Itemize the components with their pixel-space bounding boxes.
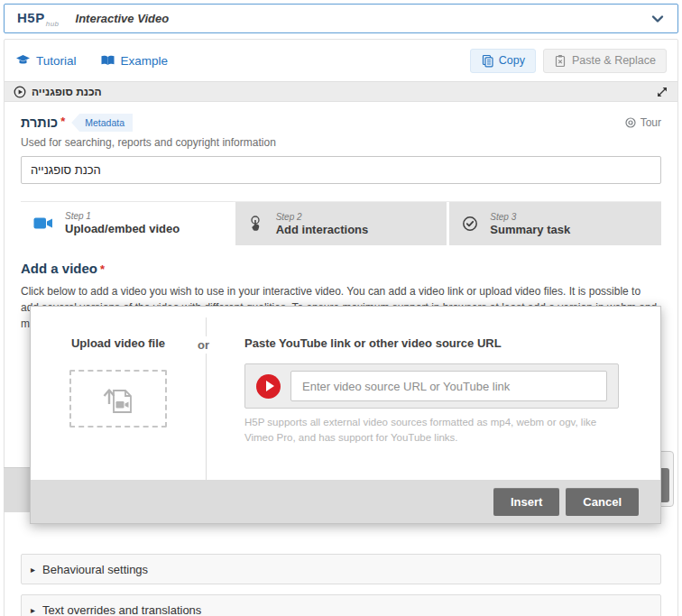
paste-replace-button[interactable]: Paste & Replace — [543, 49, 667, 73]
tab-summary-task[interactable]: Step 3 Summary task — [449, 202, 661, 245]
accordion-behavioural-settings[interactable]: ▸ Behavioural settings — [21, 554, 661, 584]
add-video-dialog-body: or Upload video file Paste YouTube link … — [31, 307, 660, 482]
title-field-label: כותרת — [21, 115, 58, 130]
required-asterisk: * — [60, 115, 65, 128]
tab-step-label: Step 3 — [490, 212, 570, 222]
tab-text: Step 2 Add interactions — [276, 212, 369, 236]
example-link[interactable]: Example — [100, 54, 169, 68]
url-helper-text: H5P supports all external video sources … — [244, 415, 619, 446]
chevron-down-icon[interactable] — [650, 12, 665, 26]
paste-url-column: Paste YouTube link or other video source… — [206, 307, 660, 482]
tab-title-label: Upload/embed video — [65, 222, 180, 235]
open-book-icon — [100, 54, 115, 67]
upload-video-file-heading: Upload video file — [71, 336, 165, 350]
accordion-label: Behavioural settings — [42, 563, 148, 576]
hub-bar[interactable]: H5Phub Interactive Video — [4, 4, 678, 33]
copy-button[interactable]: Copy — [470, 49, 536, 73]
copy-button-label: Copy — [499, 54, 525, 67]
content-title-bar: הכנת סופגנייה — [5, 81, 677, 102]
upload-video-file-icon — [100, 382, 136, 415]
h5p-logo-hub-sub: hub — [46, 20, 60, 28]
background-field-fragment-left — [4, 467, 31, 512]
expand-arrows-icon[interactable] — [656, 86, 668, 98]
graduation-cap-icon — [15, 54, 31, 67]
caret-right-icon: ▸ — [31, 565, 35, 575]
caret-right-icon: ▸ — [31, 605, 35, 615]
insert-button[interactable]: Insert — [493, 488, 559, 516]
menu-actions: Copy Paste & Replace — [470, 49, 667, 73]
tap-icon — [248, 215, 264, 233]
dialog-footer: Insert Cancel — [31, 480, 660, 523]
or-label: or — [194, 336, 213, 354]
tab-text: Step 1 Upload/embed video — [65, 211, 180, 235]
tab-upload-embed-video[interactable]: Step 1 Upload/embed video — [21, 201, 233, 244]
play-triangle — [266, 381, 274, 391]
paste-replace-button-label: Paste & Replace — [572, 54, 656, 67]
tour-button[interactable]: Tour — [625, 116, 661, 129]
video-url-input[interactable] — [290, 371, 607, 401]
upload-column: Upload video file — [31, 307, 206, 482]
tab-title-label: Add interactions — [276, 223, 369, 236]
cancel-button[interactable]: Cancel — [566, 488, 639, 516]
tour-circle-icon — [625, 117, 636, 128]
h5p-logo: H5Phub — [17, 10, 60, 28]
metadata-button[interactable]: Metadata — [71, 114, 133, 132]
youtube-play-icon — [256, 374, 281, 399]
tab-step-label: Step 1 — [65, 211, 180, 221]
title-field-description: Used for searching, reports and copyrigh… — [21, 136, 661, 149]
add-video-heading: Add a video* — [21, 261, 661, 276]
url-entry-box — [244, 363, 619, 409]
check-circle-icon — [462, 216, 478, 232]
paste-link-heading: Paste YouTube link or other video source… — [244, 336, 619, 350]
title-input[interactable] — [21, 156, 661, 184]
tab-step-label: Step 2 — [276, 212, 369, 222]
video-camera-icon — [33, 216, 53, 230]
required-asterisk: * — [100, 262, 105, 276]
accordion-label: Text overrides and translations — [42, 603, 201, 616]
tab-add-interactions[interactable]: Step 2 Add interactions — [235, 202, 447, 245]
content-type-title: Interactive Video — [76, 12, 170, 25]
accordion-text-overrides[interactable]: ▸ Text overrides and translations — [21, 594, 661, 616]
add-video-dialog: or Upload video file Paste YouTube link … — [30, 306, 661, 524]
tutorial-link[interactable]: Tutorial — [15, 54, 77, 68]
copy-icon — [481, 54, 493, 68]
example-label: Example — [121, 54, 169, 68]
content-title-text: הכנת סופגנייה — [32, 86, 102, 98]
play-circle-icon — [14, 86, 26, 98]
upload-dropzone[interactable] — [69, 370, 167, 428]
menu-row: Tutorial Example Copy — [5, 40, 677, 81]
tab-title-label: Summary task — [490, 223, 570, 236]
tutorial-label: Tutorial — [36, 54, 77, 68]
title-field-label-row: כותרת * Metadata Tour — [21, 114, 661, 132]
tab-text: Step 3 Summary task — [490, 212, 570, 236]
tour-button-label: Tour — [641, 116, 661, 129]
step-tabs: Step 1 Upload/embed video Step 2 Add int… — [21, 201, 661, 245]
paste-icon — [554, 54, 567, 68]
